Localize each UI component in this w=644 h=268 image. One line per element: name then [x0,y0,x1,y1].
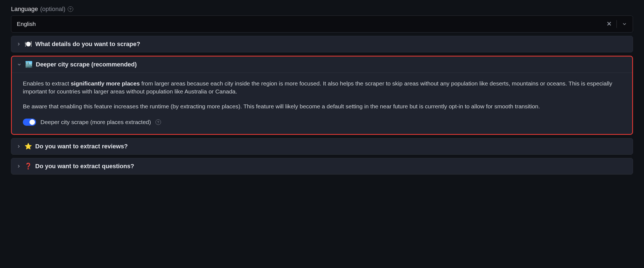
accordion-deeper-body: Enables to extract significantly more pl… [12,73,632,134]
language-select-value: English [17,21,36,27]
select-divider [616,20,617,28]
chevron-down-icon[interactable] [622,21,627,27]
accordion-deeper-header[interactable]: 🏙️ Deeper city scrape (recommended) [12,57,632,73]
language-select-controls: ✕ [607,20,627,28]
deeper-toggle-row: Deeper city scrape (more places extracte… [23,119,621,126]
help-icon[interactable]: ? [68,6,73,12]
accordion-questions: ❓ Do you want to extract questions? [11,158,633,175]
star-icon: ⭐ [24,143,32,150]
chevron-right-icon [16,164,21,169]
accordion-deeper-title: Deeper city scrape (recommended) [36,61,137,68]
help-icon[interactable]: ? [155,119,161,125]
language-select[interactable]: English ✕ [11,15,633,33]
accordion-details-header[interactable]: 🍽️ What details do you want to scrape? [11,36,633,52]
chevron-right-icon [16,42,21,47]
deeper-paragraph-2: Be aware that enabling this feature incr… [23,102,621,110]
deeper-p1-strong: significantly more places [71,80,140,87]
chevron-right-icon [16,144,21,149]
chevron-down-icon [17,62,22,67]
language-field: Language (optional) ? English ✕ [11,6,633,33]
plate-icon: 🍽️ [24,41,32,48]
accordion-deeper-city: 🏙️ Deeper city scrape (recommended) Enab… [11,56,633,135]
deeper-paragraph-1: Enables to extract significantly more pl… [23,79,621,96]
clear-icon[interactable]: ✕ [607,21,612,27]
accordion-questions-header[interactable]: ❓ Do you want to extract questions? [11,158,633,174]
deeper-toggle-label: Deeper city scrape (more places extracte… [40,119,151,125]
accordion-details-title: What details do you want to scrape? [35,41,140,48]
deeper-p1-pre: Enables to extract [23,80,71,87]
accordion-details: 🍽️ What details do you want to scrape? [11,36,633,52]
language-label: Language [11,6,38,13]
accordion-questions-title: Do you want to extract questions? [35,163,134,170]
deeper-toggle[interactable] [23,119,36,126]
city-icon: 🏙️ [25,61,32,68]
accordion-reviews-title: Do you want to extract reviews? [35,143,128,150]
accordion-reviews: ⭐ Do you want to extract reviews? [11,138,633,155]
accordion-reviews-header[interactable]: ⭐ Do you want to extract reviews? [11,138,633,154]
language-label-row: Language (optional) ? [11,6,633,13]
language-optional-text: (optional) [40,6,66,13]
question-icon: ❓ [24,163,32,170]
